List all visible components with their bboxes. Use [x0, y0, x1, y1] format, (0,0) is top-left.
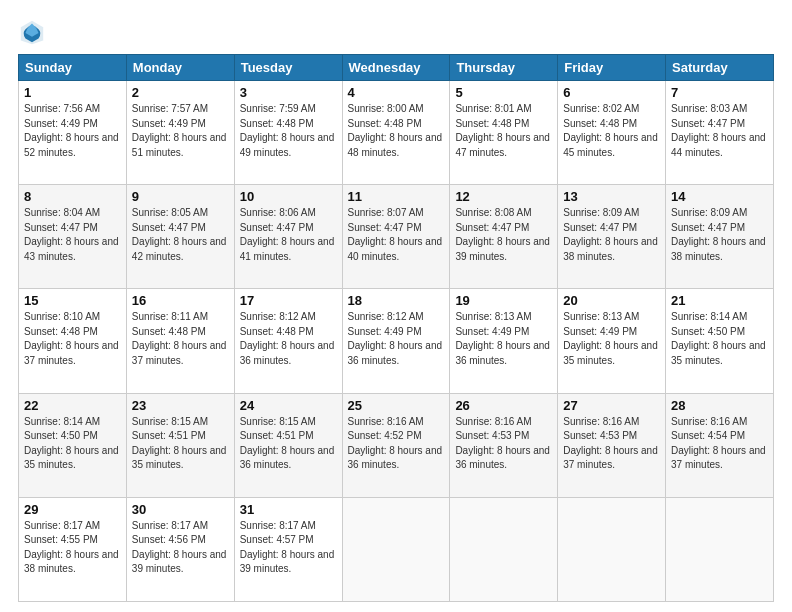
day-number: 22: [24, 398, 121, 413]
sunrise-label: Sunrise: 8:13 AM: [455, 311, 531, 322]
sunset-label: Sunset: 4:48 PM: [132, 326, 206, 337]
day-info: Sunrise: 8:06 AM Sunset: 4:47 PM Dayligh…: [240, 206, 337, 264]
calendar-cell: 7 Sunrise: 8:03 AM Sunset: 4:47 PM Dayli…: [666, 81, 774, 185]
day-info: Sunrise: 8:17 AM Sunset: 4:55 PM Dayligh…: [24, 519, 121, 577]
calendar-cell: 14 Sunrise: 8:09 AM Sunset: 4:47 PM Dayl…: [666, 185, 774, 289]
sunrise-label: Sunrise: 8:06 AM: [240, 207, 316, 218]
day-info: Sunrise: 8:15 AM Sunset: 4:51 PM Dayligh…: [132, 415, 229, 473]
calendar-cell: 20 Sunrise: 8:13 AM Sunset: 4:49 PM Dayl…: [558, 289, 666, 393]
day-header-wednesday: Wednesday: [342, 55, 450, 81]
sunrise-label: Sunrise: 8:02 AM: [563, 103, 639, 114]
day-info: Sunrise: 8:12 AM Sunset: 4:49 PM Dayligh…: [348, 310, 445, 368]
calendar-cell: 19 Sunrise: 8:13 AM Sunset: 4:49 PM Dayl…: [450, 289, 558, 393]
calendar-cell: [342, 497, 450, 601]
daylight-label: Daylight: 8 hours and 42 minutes.: [132, 236, 227, 262]
daylight-label: Daylight: 8 hours and 49 minutes.: [240, 132, 335, 158]
sunset-label: Sunset: 4:47 PM: [24, 222, 98, 233]
day-info: Sunrise: 7:59 AM Sunset: 4:48 PM Dayligh…: [240, 102, 337, 160]
daylight-label: Daylight: 8 hours and 40 minutes.: [348, 236, 443, 262]
day-info: Sunrise: 8:09 AM Sunset: 4:47 PM Dayligh…: [563, 206, 660, 264]
sunset-label: Sunset: 4:48 PM: [348, 118, 422, 129]
calendar-cell: 5 Sunrise: 8:01 AM Sunset: 4:48 PM Dayli…: [450, 81, 558, 185]
day-info: Sunrise: 8:16 AM Sunset: 4:53 PM Dayligh…: [563, 415, 660, 473]
daylight-label: Daylight: 8 hours and 36 minutes.: [455, 445, 550, 471]
day-header-saturday: Saturday: [666, 55, 774, 81]
day-number: 15: [24, 293, 121, 308]
day-number: 10: [240, 189, 337, 204]
day-number: 23: [132, 398, 229, 413]
day-info: Sunrise: 7:57 AM Sunset: 4:49 PM Dayligh…: [132, 102, 229, 160]
day-header-tuesday: Tuesday: [234, 55, 342, 81]
calendar-cell: 16 Sunrise: 8:11 AM Sunset: 4:48 PM Dayl…: [126, 289, 234, 393]
sunrise-label: Sunrise: 8:16 AM: [671, 416, 747, 427]
sunset-label: Sunset: 4:49 PM: [132, 118, 206, 129]
day-number: 7: [671, 85, 768, 100]
calendar-cell: 28 Sunrise: 8:16 AM Sunset: 4:54 PM Dayl…: [666, 393, 774, 497]
sunset-label: Sunset: 4:47 PM: [455, 222, 529, 233]
sunset-label: Sunset: 4:53 PM: [455, 430, 529, 441]
daylight-label: Daylight: 8 hours and 37 minutes.: [563, 445, 658, 471]
day-info: Sunrise: 8:11 AM Sunset: 4:48 PM Dayligh…: [132, 310, 229, 368]
calendar-cell: 30 Sunrise: 8:17 AM Sunset: 4:56 PM Dayl…: [126, 497, 234, 601]
calendar-cell: 23 Sunrise: 8:15 AM Sunset: 4:51 PM Dayl…: [126, 393, 234, 497]
sunset-label: Sunset: 4:48 PM: [240, 326, 314, 337]
day-number: 12: [455, 189, 552, 204]
sunset-label: Sunset: 4:52 PM: [348, 430, 422, 441]
day-header-friday: Friday: [558, 55, 666, 81]
day-info: Sunrise: 8:16 AM Sunset: 4:54 PM Dayligh…: [671, 415, 768, 473]
day-info: Sunrise: 8:02 AM Sunset: 4:48 PM Dayligh…: [563, 102, 660, 160]
day-number: 8: [24, 189, 121, 204]
daylight-label: Daylight: 8 hours and 47 minutes.: [455, 132, 550, 158]
day-number: 6: [563, 85, 660, 100]
day-info: Sunrise: 8:16 AM Sunset: 4:52 PM Dayligh…: [348, 415, 445, 473]
calendar-cell: 25 Sunrise: 8:16 AM Sunset: 4:52 PM Dayl…: [342, 393, 450, 497]
calendar-cell: 8 Sunrise: 8:04 AM Sunset: 4:47 PM Dayli…: [19, 185, 127, 289]
sunset-label: Sunset: 4:48 PM: [240, 118, 314, 129]
sunrise-label: Sunrise: 8:10 AM: [24, 311, 100, 322]
sunrise-label: Sunrise: 7:59 AM: [240, 103, 316, 114]
sunrise-label: Sunrise: 8:16 AM: [348, 416, 424, 427]
day-number: 27: [563, 398, 660, 413]
sunrise-label: Sunrise: 8:14 AM: [24, 416, 100, 427]
sunrise-label: Sunrise: 8:04 AM: [24, 207, 100, 218]
day-info: Sunrise: 8:14 AM Sunset: 4:50 PM Dayligh…: [24, 415, 121, 473]
day-number: 30: [132, 502, 229, 517]
sunset-label: Sunset: 4:50 PM: [671, 326, 745, 337]
day-info: Sunrise: 8:13 AM Sunset: 4:49 PM Dayligh…: [455, 310, 552, 368]
calendar-week-3: 15 Sunrise: 8:10 AM Sunset: 4:48 PM Dayl…: [19, 289, 774, 393]
calendar-cell: 13 Sunrise: 8:09 AM Sunset: 4:47 PM Dayl…: [558, 185, 666, 289]
day-number: 28: [671, 398, 768, 413]
daylight-label: Daylight: 8 hours and 37 minutes.: [671, 445, 766, 471]
day-number: 13: [563, 189, 660, 204]
daylight-label: Daylight: 8 hours and 43 minutes.: [24, 236, 119, 262]
sunrise-label: Sunrise: 8:11 AM: [132, 311, 208, 322]
day-number: 21: [671, 293, 768, 308]
day-number: 1: [24, 85, 121, 100]
day-info: Sunrise: 8:05 AM Sunset: 4:47 PM Dayligh…: [132, 206, 229, 264]
daylight-label: Daylight: 8 hours and 35 minutes.: [563, 340, 658, 366]
calendar-week-2: 8 Sunrise: 8:04 AM Sunset: 4:47 PM Dayli…: [19, 185, 774, 289]
day-info: Sunrise: 8:00 AM Sunset: 4:48 PM Dayligh…: [348, 102, 445, 160]
sunset-label: Sunset: 4:51 PM: [240, 430, 314, 441]
day-number: 9: [132, 189, 229, 204]
sunset-label: Sunset: 4:47 PM: [671, 118, 745, 129]
day-info: Sunrise: 8:09 AM Sunset: 4:47 PM Dayligh…: [671, 206, 768, 264]
day-header-sunday: Sunday: [19, 55, 127, 81]
sunset-label: Sunset: 4:47 PM: [132, 222, 206, 233]
sunrise-label: Sunrise: 8:17 AM: [132, 520, 208, 531]
sunrise-label: Sunrise: 8:16 AM: [455, 416, 531, 427]
day-header-monday: Monday: [126, 55, 234, 81]
sunrise-label: Sunrise: 8:03 AM: [671, 103, 747, 114]
calendar-cell: 31 Sunrise: 8:17 AM Sunset: 4:57 PM Dayl…: [234, 497, 342, 601]
sunset-label: Sunset: 4:49 PM: [24, 118, 98, 129]
day-number: 20: [563, 293, 660, 308]
daylight-label: Daylight: 8 hours and 36 minutes.: [455, 340, 550, 366]
sunrise-label: Sunrise: 8:12 AM: [348, 311, 424, 322]
calendar-cell: 9 Sunrise: 8:05 AM Sunset: 4:47 PM Dayli…: [126, 185, 234, 289]
sunrise-label: Sunrise: 8:05 AM: [132, 207, 208, 218]
day-info: Sunrise: 8:10 AM Sunset: 4:48 PM Dayligh…: [24, 310, 121, 368]
calendar-cell: 2 Sunrise: 7:57 AM Sunset: 4:49 PM Dayli…: [126, 81, 234, 185]
daylight-label: Daylight: 8 hours and 52 minutes.: [24, 132, 119, 158]
daylight-label: Daylight: 8 hours and 36 minutes.: [240, 340, 335, 366]
daylight-label: Daylight: 8 hours and 51 minutes.: [132, 132, 227, 158]
